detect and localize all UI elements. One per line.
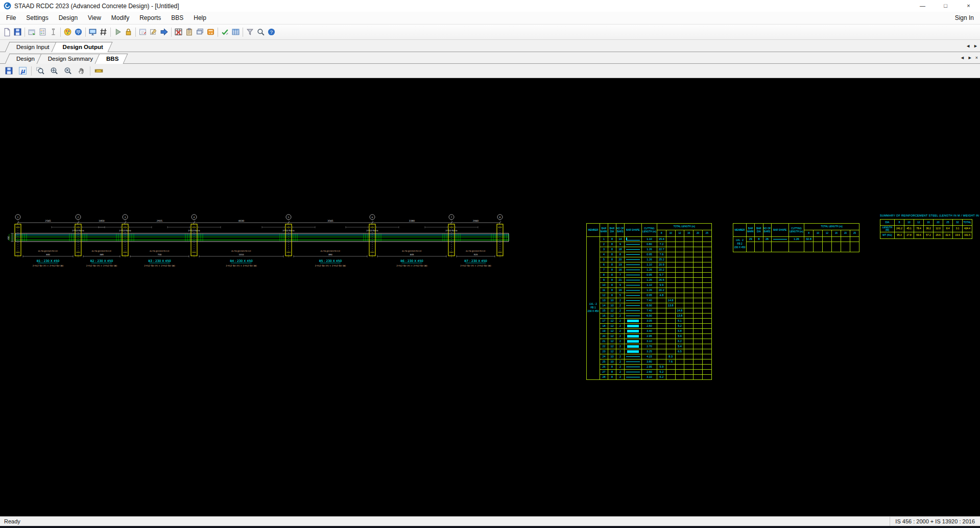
minimize-button[interactable]: —	[911, 0, 934, 12]
zoom-window-icon[interactable]	[33, 64, 46, 77]
zoom-extents-icon[interactable]	[47, 64, 60, 77]
svg-text:2L-T8 @115/170 C/C: 2L-T8 @115/170 C/C	[402, 250, 422, 252]
close-button[interactable]: ×	[957, 0, 980, 12]
export-metafile-icon[interactable]: µ	[16, 64, 29, 77]
svg-text:2-T12 Str (T) + 2-T12 Str (B): 2-T12 Str (T) + 2-T12 Str (B)	[86, 265, 117, 267]
svg-text:2L-T8 @115/170 C/C: 2L-T8 @115/170 C/C	[231, 250, 251, 252]
toolbar-separator	[60, 28, 61, 37]
tab-bbs[interactable]: BBS	[97, 54, 126, 63]
run-design-icon[interactable]	[112, 27, 123, 37]
svg-text:2565: 2565	[45, 220, 51, 222]
toolbar-separator	[90, 66, 90, 76]
svg-text:µ: µ	[20, 67, 26, 75]
filter-icon[interactable]	[245, 27, 255, 37]
svg-text:8: 8	[499, 216, 501, 219]
new-document-icon[interactable]	[2, 27, 12, 37]
report-setup-icon[interactable]	[137, 27, 148, 37]
beam-elevation-drawing: 1234567825651850292540303565338020602-T1…	[0, 78, 980, 516]
reinforcement-summary-table: DIA8101216202532TOTALLENGTH (M)241.245.1…	[880, 219, 972, 239]
toolbar-separator	[171, 28, 172, 37]
svg-text:2: 2	[78, 216, 79, 219]
measure-icon[interactable]	[92, 64, 105, 77]
menu-modify[interactable]: Modify	[106, 12, 134, 24]
menu-view[interactable]: View	[83, 12, 106, 24]
svg-text:2L-T8 @115/170 C/C: 2L-T8 @115/170 C/C	[38, 250, 58, 252]
tab-label: Design Input	[16, 44, 50, 50]
menu-file[interactable]: File	[0, 12, 21, 24]
zoom-dynamic-icon[interactable]	[61, 64, 74, 77]
tab-design-output[interactable]: Design Output	[54, 42, 110, 52]
scroll-left-icon[interactable]: ◄	[960, 55, 965, 60]
menu-settings[interactable]: Settings	[21, 12, 53, 24]
svg-text:2L-T8 @115/170 C/C: 2L-T8 @115/170 C/C	[321, 250, 341, 252]
secondary-tab-scroll: ◄►×	[960, 52, 978, 63]
menu-design[interactable]: Design	[54, 12, 83, 24]
window-title: STAAD RCDC 2023 (Advanced Concrete Desig…	[14, 3, 911, 10]
window-controls: — □ ×	[911, 0, 980, 12]
scroll-left-icon[interactable]: ◄	[966, 43, 970, 49]
tab-design-summary[interactable]: Design Summary	[39, 54, 100, 63]
svg-text:B1 : 230 X 450: B1 : 230 X 450	[37, 259, 60, 262]
redesign-check-icon[interactable]	[220, 27, 230, 37]
svg-text:2-T12 Extra: 2-T12 Extra	[73, 229, 85, 232]
svg-text:730: 730	[158, 253, 162, 256]
pin-icon[interactable]	[48, 27, 59, 37]
svg-text:2-T12 Extra: 2-T12 Extra	[119, 229, 132, 232]
svg-text:2-T12 Str (T) + 2-T12 Str (B): 2-T12 Str (T) + 2-T12 Str (B)	[460, 265, 491, 267]
design-code-label: IS 456 : 2000 + IS 13920 : 2016	[890, 517, 980, 526]
tab-label: Design Summary	[48, 56, 93, 62]
schedule-table-icon[interactable]	[230, 27, 241, 37]
menu-items: FileSettingsDesignViewModifyReportsBBSHe…	[0, 12, 211, 24]
svg-text:2-T12 Extra: 2-T12 Extra	[283, 229, 295, 232]
toolbar-separator	[110, 28, 111, 37]
svg-text:1850: 1850	[99, 220, 105, 222]
maximize-button[interactable]: □	[934, 0, 957, 12]
menu-help[interactable]: Help	[188, 12, 211, 24]
connect-portal-icon[interactable]	[73, 27, 84, 37]
scroll-right-icon[interactable]: ►	[973, 43, 978, 49]
delete-schedule-icon[interactable]	[173, 27, 184, 37]
svg-text:B5 : 230 X 450: B5 : 230 X 450	[319, 259, 342, 262]
menu-reports[interactable]: Reports	[134, 12, 166, 24]
save-drawing-icon[interactable]	[2, 64, 15, 77]
svg-text:2-T12 Str (T) + 2-T12 Str (B): 2-T12 Str (T) + 2-T12 Str (B)	[315, 265, 346, 267]
primary-tab-scroll: ◄►	[966, 40, 978, 52]
svg-text:7: 7	[451, 216, 452, 219]
close-tab-icon[interactable]: ×	[975, 55, 978, 60]
zoom-search-icon[interactable]	[255, 27, 266, 37]
print-batch-icon[interactable]	[195, 27, 205, 37]
export-drawing-icon[interactable]	[159, 27, 170, 37]
sketch-edit-icon[interactable]	[148, 27, 159, 37]
tab-label: Design	[16, 56, 35, 62]
status-message: Ready	[0, 518, 890, 524]
svg-text:3565: 3565	[327, 220, 333, 222]
quantity-calculator-icon[interactable]	[205, 27, 216, 37]
clipboard-icon[interactable]	[184, 27, 195, 37]
grid-settings-icon[interactable]	[98, 27, 109, 37]
help-icon[interactable]: ?	[266, 27, 277, 37]
save-icon[interactable]	[12, 27, 23, 37]
palette-icon[interactable]	[62, 27, 73, 37]
svg-text:450: 450	[7, 236, 10, 240]
bar-bending-schedule-table-2: MEMBERBAR MARKBAR DIANO OF BARSBAR SHAPE…	[733, 223, 859, 252]
lock-icon[interactable]	[123, 27, 134, 37]
bar-bending-schedule-table: MEMBERBAR MARKBAR DIANO OF BARSBAR SHAPE…	[586, 223, 712, 380]
tab-design[interactable]: Design	[7, 54, 42, 63]
svg-text:845: 845	[410, 253, 414, 256]
scroll-right-icon[interactable]: ►	[968, 55, 972, 60]
toolbar-separator	[243, 28, 243, 37]
design-parameters-icon[interactable]	[37, 27, 48, 37]
sign-in-link[interactable]: Sign In	[949, 14, 980, 21]
tab-label: BBS	[106, 56, 118, 62]
bbs-drawing-canvas[interactable]: 1234567825651850292540303565338020602-T1…	[0, 78, 980, 516]
menu-bbs[interactable]: BBS	[166, 12, 188, 24]
tab-row-primary: Design InputDesign Output ◄►	[0, 40, 980, 52]
toolbar-separator	[135, 28, 136, 37]
tab-design-input[interactable]: Design Input	[7, 42, 57, 52]
tab-row-secondary: DesignDesign SummaryBBS ◄►×	[0, 52, 980, 64]
display-settings-icon[interactable]	[87, 27, 98, 37]
open-project-icon[interactable]	[27, 27, 37, 37]
pan-icon[interactable]	[75, 64, 88, 77]
svg-text:2-T12 Str (T) + 2-T12 Str (B): 2-T12 Str (T) + 2-T12 Str (B)	[396, 265, 427, 267]
svg-text:B4 : 230 X 450: B4 : 230 X 450	[230, 259, 253, 262]
